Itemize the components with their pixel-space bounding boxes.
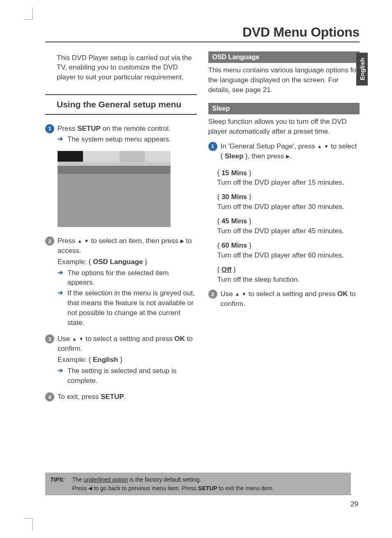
- step-2-example: Example: { OSD Language }: [58, 257, 197, 267]
- right-column: OSD Language This menu contains various …: [208, 51, 360, 409]
- arrow-icon: ➔: [58, 288, 65, 327]
- sleep-step-1-text: In 'General Setup Page', press ▲ ▼ to se…: [221, 141, 360, 161]
- step-2-sub1: ➔ The options for the selected item appe…: [58, 268, 197, 288]
- step-1-sub: ➔ The system setup menu appears.: [58, 134, 197, 144]
- setup-menu-screenshot: [58, 151, 171, 227]
- arrow-icon: ➔: [58, 268, 65, 288]
- language-tab: English: [356, 53, 368, 86]
- down-triangle-icon: ▼: [324, 143, 329, 150]
- intro-text: This DVD Player setup is carried out via…: [57, 53, 197, 82]
- arrow-icon: ➔: [58, 366, 65, 386]
- down-triangle-icon: ▼: [79, 336, 84, 343]
- arrow-icon: ➔: [58, 134, 65, 144]
- step-4: 4 To exit, press SETUP.: [45, 392, 197, 403]
- down-triangle-icon: ▼: [242, 291, 247, 298]
- step-3: 3 Use ▲ ▼ to select a setting and press …: [45, 334, 197, 386]
- sleep-step-2-text: Use ▲ ▼ to select a setting and press OK…: [221, 289, 360, 309]
- tips-label: TIPS:: [50, 475, 65, 492]
- sleep-opt-15: { 15 Mins } Turn off the DVD player afte…: [217, 168, 360, 188]
- sleep-step-2: 2 Use ▲ ▼ to select a setting and press …: [208, 289, 360, 310]
- up-triangle-icon: ▲: [235, 291, 240, 298]
- step-bullet-2: 2: [208, 290, 217, 299]
- left-column: This DVD Player setup is carried out via…: [45, 51, 197, 409]
- right-triangle-icon: ▶: [286, 153, 290, 160]
- page-number: 29: [350, 500, 358, 508]
- right-triangle-icon: ▶: [180, 238, 184, 245]
- step-2: 2 Press ▲ ▼ to select an item, then pres…: [45, 236, 197, 328]
- step-3-example: Example: { English }: [58, 355, 197, 365]
- up-triangle-icon: ▲: [72, 336, 77, 343]
- title-divider: DVD Menu Options: [45, 25, 360, 42]
- sleep-body: Sleep function allows you to turn off th…: [208, 117, 360, 137]
- down-triangle-icon: ▼: [84, 238, 89, 245]
- sleep-step-1: 1 In 'General Setup Page', press ▲ ▼ to …: [208, 141, 360, 162]
- section-heading: Using the General setup menu: [45, 94, 197, 114]
- step-bullet-2: 2: [45, 237, 54, 246]
- tips-box: TIPS: The underlined option is the facto…: [45, 473, 351, 495]
- step-1: 1 Press SETUP on the remote control. ➔ T…: [45, 124, 197, 146]
- step-3-text: Use ▲ ▼ to select a setting and press OK…: [58, 334, 197, 354]
- up-triangle-icon: ▲: [77, 238, 82, 245]
- step-2-text: Press ▲ ▼ to select an item, then press …: [58, 236, 197, 256]
- step-bullet-4: 4: [45, 392, 54, 401]
- sleep-opt-30: { 30 Mins } Turn off the DVD player afte…: [217, 192, 360, 211]
- sleep-opt-45: { 45 Mins } Turn off the DVD player afte…: [217, 216, 360, 236]
- tips-body: The underlined option is the factory def…: [72, 475, 274, 492]
- page-title: DVD Menu Options: [45, 25, 360, 40]
- step-1-text: Press SETUP on the remote control.: [58, 124, 197, 134]
- step-bullet-1: 1: [45, 124, 54, 133]
- sleep-opt-60: { 60 Mins } Turn off the DVD player afte…: [217, 241, 360, 260]
- osd-heading: OSD Language: [208, 51, 360, 63]
- crop-mark-top-left: [24, 7, 33, 20]
- step-3-sub: ➔ The setting is selected and setup is c…: [58, 366, 197, 386]
- step-bullet-1: 1: [208, 142, 217, 151]
- step-4-text: To exit, press SETUP.: [58, 392, 197, 402]
- osd-body: This menu contains various language opti…: [208, 65, 360, 95]
- sleep-opt-off: { Off } Turn off the sleep function.: [217, 265, 360, 284]
- step-bullet-3: 3: [45, 334, 54, 343]
- sleep-heading: Sleep: [208, 103, 360, 114]
- up-triangle-icon: ▲: [317, 143, 322, 150]
- crop-mark-bottom-left: [24, 518, 33, 531]
- step-2-sub2: ➔ If the selection in the menu is greyed…: [58, 288, 197, 327]
